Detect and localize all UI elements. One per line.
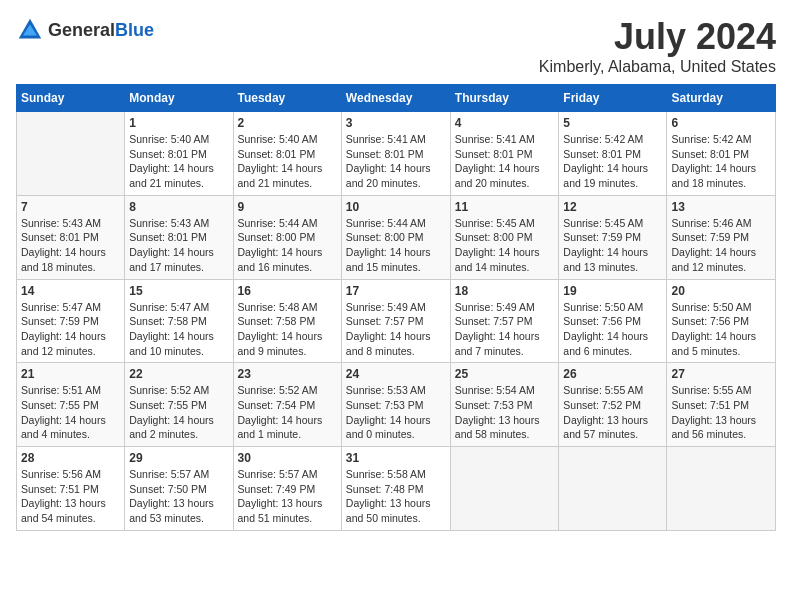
subtitle: Kimberly, Alabama, United States (539, 58, 776, 76)
calendar-cell: 11Sunrise: 5:45 AM Sunset: 8:00 PM Dayli… (450, 195, 559, 279)
logo: GeneralBlue (16, 16, 154, 44)
calendar-cell: 2Sunrise: 5:40 AM Sunset: 8:01 PM Daylig… (233, 112, 341, 196)
day-detail: Sunrise: 5:47 AM Sunset: 7:59 PM Dayligh… (21, 300, 120, 359)
day-number: 13 (671, 200, 771, 214)
calendar-cell: 28Sunrise: 5:56 AM Sunset: 7:51 PM Dayli… (17, 447, 125, 531)
weekday-header-thursday: Thursday (450, 85, 559, 112)
calendar-cell: 17Sunrise: 5:49 AM Sunset: 7:57 PM Dayli… (341, 279, 450, 363)
weekday-header-row: SundayMondayTuesdayWednesdayThursdayFrid… (17, 85, 776, 112)
day-number: 15 (129, 284, 228, 298)
day-detail: Sunrise: 5:56 AM Sunset: 7:51 PM Dayligh… (21, 467, 120, 526)
day-number: 9 (238, 200, 337, 214)
day-detail: Sunrise: 5:42 AM Sunset: 8:01 PM Dayligh… (563, 132, 662, 191)
day-detail: Sunrise: 5:43 AM Sunset: 8:01 PM Dayligh… (129, 216, 228, 275)
day-number: 22 (129, 367, 228, 381)
day-number: 4 (455, 116, 555, 130)
day-detail: Sunrise: 5:58 AM Sunset: 7:48 PM Dayligh… (346, 467, 446, 526)
day-detail: Sunrise: 5:48 AM Sunset: 7:58 PM Dayligh… (238, 300, 337, 359)
day-number: 25 (455, 367, 555, 381)
day-number: 17 (346, 284, 446, 298)
title-block: July 2024 Kimberly, Alabama, United Stat… (539, 16, 776, 76)
day-number: 23 (238, 367, 337, 381)
calendar-body: 1Sunrise: 5:40 AM Sunset: 8:01 PM Daylig… (17, 112, 776, 531)
main-title: July 2024 (539, 16, 776, 58)
day-number: 16 (238, 284, 337, 298)
page-header: GeneralBlue July 2024 Kimberly, Alabama,… (16, 16, 776, 76)
calendar-cell: 25Sunrise: 5:54 AM Sunset: 7:53 PM Dayli… (450, 363, 559, 447)
day-detail: Sunrise: 5:57 AM Sunset: 7:49 PM Dayligh… (238, 467, 337, 526)
weekday-header-friday: Friday (559, 85, 667, 112)
weekday-header-wednesday: Wednesday (341, 85, 450, 112)
calendar-cell: 5Sunrise: 5:42 AM Sunset: 8:01 PM Daylig… (559, 112, 667, 196)
calendar-cell: 3Sunrise: 5:41 AM Sunset: 8:01 PM Daylig… (341, 112, 450, 196)
day-detail: Sunrise: 5:57 AM Sunset: 7:50 PM Dayligh… (129, 467, 228, 526)
day-number: 18 (455, 284, 555, 298)
day-detail: Sunrise: 5:49 AM Sunset: 7:57 PM Dayligh… (346, 300, 446, 359)
day-number: 3 (346, 116, 446, 130)
calendar-week-2: 7Sunrise: 5:43 AM Sunset: 8:01 PM Daylig… (17, 195, 776, 279)
calendar-cell (667, 447, 776, 531)
calendar-table: SundayMondayTuesdayWednesdayThursdayFrid… (16, 84, 776, 531)
day-number: 14 (21, 284, 120, 298)
day-number: 5 (563, 116, 662, 130)
calendar-cell: 26Sunrise: 5:55 AM Sunset: 7:52 PM Dayli… (559, 363, 667, 447)
day-number: 19 (563, 284, 662, 298)
day-detail: Sunrise: 5:40 AM Sunset: 8:01 PM Dayligh… (129, 132, 228, 191)
day-number: 21 (21, 367, 120, 381)
calendar-cell: 29Sunrise: 5:57 AM Sunset: 7:50 PM Dayli… (125, 447, 233, 531)
logo-general: General (48, 20, 115, 40)
calendar-cell: 19Sunrise: 5:50 AM Sunset: 7:56 PM Dayli… (559, 279, 667, 363)
day-detail: Sunrise: 5:54 AM Sunset: 7:53 PM Dayligh… (455, 383, 555, 442)
day-detail: Sunrise: 5:40 AM Sunset: 8:01 PM Dayligh… (238, 132, 337, 191)
day-number: 26 (563, 367, 662, 381)
day-number: 8 (129, 200, 228, 214)
day-detail: Sunrise: 5:44 AM Sunset: 8:00 PM Dayligh… (346, 216, 446, 275)
day-detail: Sunrise: 5:50 AM Sunset: 7:56 PM Dayligh… (563, 300, 662, 359)
calendar-cell: 16Sunrise: 5:48 AM Sunset: 7:58 PM Dayli… (233, 279, 341, 363)
calendar-cell: 23Sunrise: 5:52 AM Sunset: 7:54 PM Dayli… (233, 363, 341, 447)
calendar-week-4: 21Sunrise: 5:51 AM Sunset: 7:55 PM Dayli… (17, 363, 776, 447)
calendar-cell: 13Sunrise: 5:46 AM Sunset: 7:59 PM Dayli… (667, 195, 776, 279)
calendar-week-3: 14Sunrise: 5:47 AM Sunset: 7:59 PM Dayli… (17, 279, 776, 363)
calendar-cell: 8Sunrise: 5:43 AM Sunset: 8:01 PM Daylig… (125, 195, 233, 279)
day-detail: Sunrise: 5:45 AM Sunset: 8:00 PM Dayligh… (455, 216, 555, 275)
calendar-cell: 30Sunrise: 5:57 AM Sunset: 7:49 PM Dayli… (233, 447, 341, 531)
calendar-cell: 4Sunrise: 5:41 AM Sunset: 8:01 PM Daylig… (450, 112, 559, 196)
calendar-cell: 24Sunrise: 5:53 AM Sunset: 7:53 PM Dayli… (341, 363, 450, 447)
calendar-week-1: 1Sunrise: 5:40 AM Sunset: 8:01 PM Daylig… (17, 112, 776, 196)
calendar-cell: 20Sunrise: 5:50 AM Sunset: 7:56 PM Dayli… (667, 279, 776, 363)
calendar-cell: 7Sunrise: 5:43 AM Sunset: 8:01 PM Daylig… (17, 195, 125, 279)
calendar-cell (450, 447, 559, 531)
calendar-week-5: 28Sunrise: 5:56 AM Sunset: 7:51 PM Dayli… (17, 447, 776, 531)
day-number: 11 (455, 200, 555, 214)
day-detail: Sunrise: 5:52 AM Sunset: 7:54 PM Dayligh… (238, 383, 337, 442)
day-number: 1 (129, 116, 228, 130)
calendar-header: SundayMondayTuesdayWednesdayThursdayFrid… (17, 85, 776, 112)
calendar-cell: 21Sunrise: 5:51 AM Sunset: 7:55 PM Dayli… (17, 363, 125, 447)
calendar-cell: 22Sunrise: 5:52 AM Sunset: 7:55 PM Dayli… (125, 363, 233, 447)
day-detail: Sunrise: 5:46 AM Sunset: 7:59 PM Dayligh… (671, 216, 771, 275)
calendar-cell: 27Sunrise: 5:55 AM Sunset: 7:51 PM Dayli… (667, 363, 776, 447)
day-detail: Sunrise: 5:41 AM Sunset: 8:01 PM Dayligh… (455, 132, 555, 191)
day-number: 28 (21, 451, 120, 465)
weekday-header-sunday: Sunday (17, 85, 125, 112)
calendar-cell: 1Sunrise: 5:40 AM Sunset: 8:01 PM Daylig… (125, 112, 233, 196)
day-detail: Sunrise: 5:43 AM Sunset: 8:01 PM Dayligh… (21, 216, 120, 275)
day-detail: Sunrise: 5:53 AM Sunset: 7:53 PM Dayligh… (346, 383, 446, 442)
calendar-cell: 18Sunrise: 5:49 AM Sunset: 7:57 PM Dayli… (450, 279, 559, 363)
day-number: 31 (346, 451, 446, 465)
day-detail: Sunrise: 5:41 AM Sunset: 8:01 PM Dayligh… (346, 132, 446, 191)
day-detail: Sunrise: 5:52 AM Sunset: 7:55 PM Dayligh… (129, 383, 228, 442)
calendar-cell: 31Sunrise: 5:58 AM Sunset: 7:48 PM Dayli… (341, 447, 450, 531)
day-detail: Sunrise: 5:44 AM Sunset: 8:00 PM Dayligh… (238, 216, 337, 275)
weekday-header-tuesday: Tuesday (233, 85, 341, 112)
day-detail: Sunrise: 5:47 AM Sunset: 7:58 PM Dayligh… (129, 300, 228, 359)
day-detail: Sunrise: 5:42 AM Sunset: 8:01 PM Dayligh… (671, 132, 771, 191)
logo-blue: Blue (115, 20, 154, 40)
day-number: 20 (671, 284, 771, 298)
day-number: 10 (346, 200, 446, 214)
logo-icon (16, 16, 44, 44)
calendar-cell: 14Sunrise: 5:47 AM Sunset: 7:59 PM Dayli… (17, 279, 125, 363)
weekday-header-saturday: Saturday (667, 85, 776, 112)
day-detail: Sunrise: 5:49 AM Sunset: 7:57 PM Dayligh… (455, 300, 555, 359)
